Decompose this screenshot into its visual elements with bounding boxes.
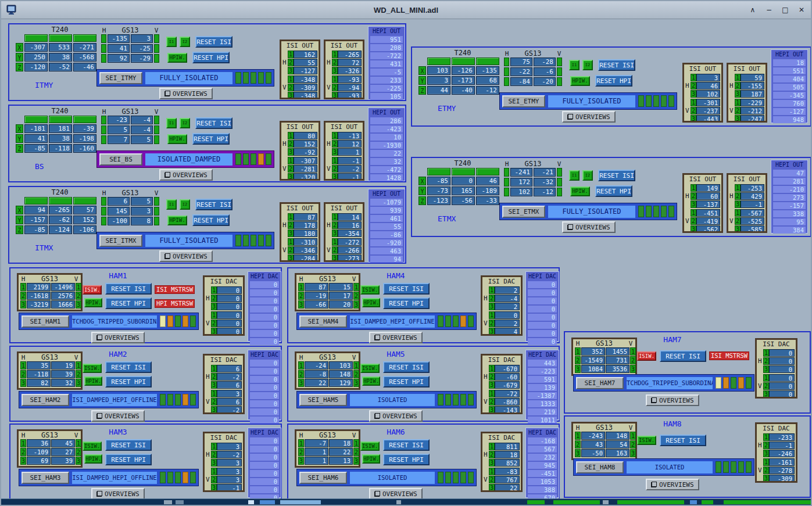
hpi-watchdog-button[interactable]: HPIW. — [84, 298, 102, 307]
reset-isi-button[interactable]: RESET ISI — [105, 283, 152, 295]
overviews-button[interactable]: OVERVIEWS — [91, 410, 145, 422]
taskbar-item[interactable] — [702, 500, 713, 504]
reset-isi-button[interactable]: RESET ISI — [383, 439, 430, 451]
hpi-watchdog-button[interactable]: HPIW. — [167, 216, 187, 225]
row-number: 2 — [763, 466, 769, 474]
isi-watchdog-button[interactable]: ISIW. — [83, 364, 102, 373]
taskbar-item[interactable] — [527, 500, 545, 504]
reset-isi-button[interactable]: RESET ISI — [383, 283, 430, 295]
sei-node-button[interactable]: SEI_HAM3 — [22, 472, 69, 484]
t240-value-cell: 44 — [427, 86, 450, 95]
sei-node-button[interactable]: SEI_HAM4 — [299, 315, 347, 328]
overviews-button[interactable]: OVERVIEWS — [369, 332, 423, 343]
isi-watchdog-button[interactable]: ISIW. — [83, 285, 102, 295]
reset-isi-button[interactable]: RESET ISI — [660, 435, 706, 446]
reset-hpi-button[interactable]: RESET HPI — [595, 75, 632, 87]
hpi-watchdog-button[interactable]: HPIW. — [362, 454, 380, 464]
overviews-button[interactable]: OVERVIEWS — [369, 410, 423, 422]
reset-isi-button[interactable]: RESET ISI — [383, 361, 430, 373]
overviews-button[interactable]: OVERVIEWS — [369, 488, 423, 500]
reset-isi-button[interactable]: RESET ISI — [598, 59, 635, 71]
reset-isi-button[interactable]: RESET ISI — [195, 199, 232, 210]
hpi-master-switch-button[interactable]: HPI MSTRSW — [155, 299, 195, 308]
sei-node-button[interactable]: SEI_HAM5 — [299, 394, 347, 406]
reset-hpi-button[interactable]: RESET HPI — [105, 297, 152, 309]
value-cell: -348 — [294, 92, 317, 99]
isi-master-switch-button[interactable]: ISI MSTRSW — [155, 285, 195, 294]
sei-node-button[interactable]: SEI_ITMY — [99, 72, 142, 84]
sei-node-button[interactable]: SEI_ETMY — [502, 95, 545, 107]
st1-watchdog-button[interactable]: I1 — [569, 170, 580, 181]
reset-isi-button[interactable]: RESET ISI — [660, 350, 706, 362]
overviews-button[interactable]: OVERVIEWS — [562, 221, 616, 233]
sei-node-button[interactable]: SEI_HAM6 — [299, 472, 347, 484]
st1-watchdog-button[interactable]: I1 — [569, 60, 580, 70]
reset-hpi-button[interactable]: RESET HPI — [105, 376, 152, 387]
reset-isi-button[interactable]: RESET ISI — [195, 36, 232, 48]
reset-hpi-button[interactable]: RESET HPI — [383, 297, 430, 309]
st1-watchdog-button[interactable]: I1 — [166, 37, 177, 47]
reset-hpi-button[interactable]: RESET HPI — [192, 52, 230, 63]
reset-isi-button[interactable]: RESET ISI — [195, 117, 232, 129]
sei-node-button[interactable]: SEI_HAM8 — [576, 461, 624, 473]
row-number: 2 — [691, 217, 696, 225]
st2-watchdog-button[interactable]: I2 — [582, 60, 593, 70]
gs13-value-cell: -22 — [510, 67, 532, 76]
hpi-watchdog-button[interactable]: HPIW. — [84, 454, 102, 464]
reset-isi-button[interactable]: RESET ISI — [598, 170, 635, 181]
sei-node-button[interactable]: SEI_ETMX — [502, 206, 545, 218]
hpi-watchdog-button[interactable]: HPIW. — [167, 53, 187, 63]
taskbar-item[interactable] — [617, 500, 684, 504]
overviews-button[interactable]: OVERVIEWS — [159, 88, 213, 99]
st2-watchdog-button[interactable]: I2 — [180, 199, 190, 210]
isi-watchdog-button[interactable]: ISIW. — [360, 364, 380, 373]
st2-watchdog-button[interactable]: I2 — [180, 118, 190, 128]
reset-isi-button[interactable]: RESET ISI — [105, 439, 152, 451]
overviews-button[interactable]: OVERVIEWS — [562, 111, 616, 123]
taskbar-item[interactable] — [553, 500, 600, 504]
isi-watchdog-button[interactable]: ISIW. — [360, 442, 380, 451]
isi-master-switch-button[interactable]: ISI MSTRSW — [709, 351, 749, 360]
hpi-watchdog-button[interactable]: HPIW. — [570, 76, 590, 86]
reset-hpi-button[interactable]: RESET HPI — [383, 376, 430, 387]
st2-watchdog-button[interactable]: I2 — [180, 37, 190, 47]
reset-hpi-button[interactable]: RESET HPI — [192, 133, 230, 145]
taskbar-item[interactable] — [724, 500, 811, 504]
st2-watchdog-button[interactable]: I2 — [582, 170, 593, 181]
isi-watchdog-button[interactable]: ISIW. — [637, 351, 656, 361]
isi-watchdog-button[interactable]: ISIW. — [360, 285, 380, 295]
reset-hpi-button[interactable]: RESET HPI — [105, 454, 152, 465]
sei-node-button[interactable]: SEI_HAM7 — [576, 377, 624, 389]
sei-node-button[interactable]: SEI_HAM1 — [22, 315, 69, 328]
value-cell: -679 — [495, 381, 520, 389]
overviews-button[interactable]: OVERVIEWS — [91, 488, 145, 500]
st1-watchdog-button[interactable]: I1 — [166, 118, 177, 128]
v-axis-label: V — [351, 354, 357, 361]
sei-node-button[interactable]: SEI_HAM2 — [22, 394, 69, 406]
isi-watchdog-button[interactable]: ISIW. — [637, 436, 656, 445]
st1-watchdog-button[interactable]: I1 — [166, 199, 177, 210]
reset-isi-button[interactable]: RESET ISI — [105, 361, 152, 373]
hepi-value: 463 — [370, 247, 403, 254]
hpi-watchdog-button[interactable]: HPIW. — [570, 186, 590, 196]
hepi-value: 139 — [528, 384, 557, 391]
sei-node-button[interactable]: SEI_ITMX — [99, 235, 142, 247]
hpi-watchdog-button[interactable]: HPIW. — [84, 376, 102, 386]
row-number: 3 — [288, 92, 294, 99]
reset-hpi-button[interactable]: RESET HPI — [383, 454, 430, 465]
overviews-button[interactable]: OVERVIEWS — [159, 169, 213, 181]
overviews-button[interactable]: OVERVIEWS — [646, 479, 699, 490]
sei-node-button[interactable]: SEI_BS — [99, 153, 142, 166]
hepi-value: 0 — [250, 376, 279, 383]
overviews-button[interactable]: OVERVIEWS — [159, 250, 213, 262]
hpi-watchdog-button[interactable]: HPIW. — [362, 376, 380, 386]
watchdog-light — [183, 472, 188, 483]
overviews-button[interactable]: OVERVIEWS — [91, 332, 145, 343]
reset-hpi-button[interactable]: RESET HPI — [192, 214, 230, 226]
hpi-watchdog-button[interactable]: HPIW. — [167, 134, 187, 144]
overviews-button[interactable]: OVERVIEWS — [646, 394, 699, 406]
isi-watchdog-button[interactable]: ISIW. — [83, 442, 102, 451]
reset-hpi-button[interactable]: RESET HPI — [595, 185, 632, 197]
hpi-watchdog-button[interactable]: HPIW. — [362, 298, 380, 307]
taskbar[interactable] — [1, 498, 811, 505]
